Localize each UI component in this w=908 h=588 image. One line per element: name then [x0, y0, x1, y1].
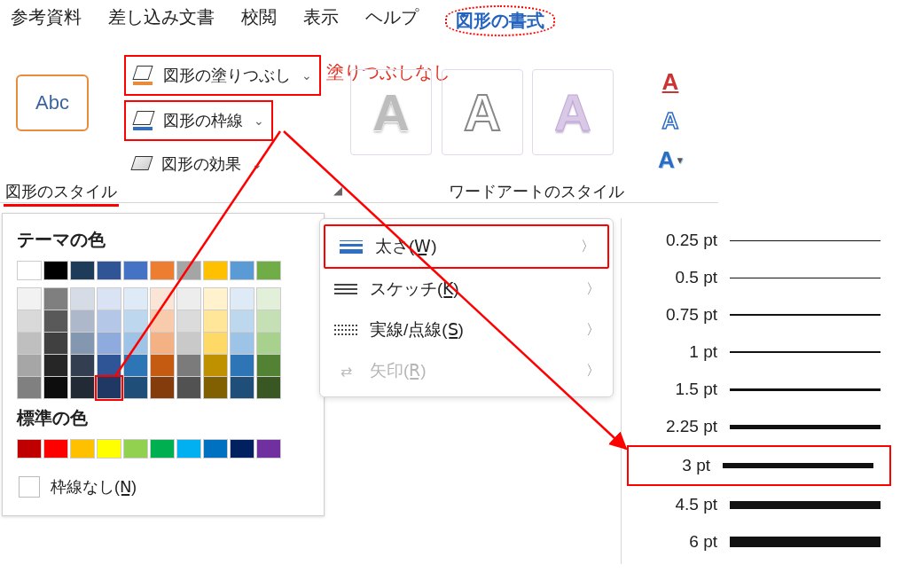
color-swatch[interactable] — [203, 310, 228, 333]
color-swatch[interactable] — [123, 439, 148, 459]
color-swatch[interactable] — [123, 355, 148, 377]
tab-help[interactable]: ヘルプ — [365, 5, 419, 36]
color-swatch[interactable] — [176, 439, 201, 459]
color-swatch[interactable] — [97, 377, 121, 399]
color-swatch[interactable] — [176, 261, 201, 280]
wordart-style-3[interactable]: A — [532, 69, 614, 155]
color-swatch[interactable] — [43, 355, 68, 377]
color-swatch[interactable] — [43, 377, 68, 399]
menu-dash[interactable]: 実線/点線(S̲) 〉 — [320, 310, 613, 350]
text-fill-button[interactable]: A — [651, 66, 690, 98]
color-swatch[interactable] — [176, 333, 201, 355]
color-swatch[interactable] — [203, 377, 228, 399]
color-swatch[interactable] — [70, 287, 95, 310]
color-swatch[interactable] — [203, 333, 228, 355]
text-outline-button[interactable]: A — [651, 105, 690, 137]
color-swatch[interactable] — [123, 377, 148, 399]
color-swatch[interactable] — [123, 333, 148, 355]
dialog-launcher-icon[interactable]: ◢ — [333, 184, 342, 197]
color-swatch[interactable] — [203, 261, 228, 280]
color-swatch[interactable] — [70, 377, 95, 399]
color-swatch[interactable] — [230, 333, 254, 355]
color-swatch[interactable] — [150, 310, 175, 333]
menu-weight[interactable]: 太さ(W̲) 〉 — [324, 224, 609, 269]
weight-option[interactable]: 4.5 pt — [622, 486, 896, 523]
tab-reference[interactable]: 参考資料 — [11, 5, 82, 36]
color-swatch[interactable] — [70, 333, 95, 355]
color-swatch[interactable] — [256, 439, 281, 459]
tab-review[interactable]: 校閲 — [241, 5, 277, 36]
color-swatch[interactable] — [97, 439, 121, 459]
color-swatch[interactable] — [230, 355, 254, 377]
weight-option[interactable]: 1.5 pt — [622, 371, 896, 408]
color-swatch[interactable] — [17, 333, 42, 355]
color-swatch[interactable] — [70, 310, 95, 333]
color-swatch[interactable] — [256, 310, 281, 333]
color-swatch[interactable] — [17, 377, 42, 399]
color-swatch[interactable] — [256, 287, 281, 310]
color-swatch[interactable] — [17, 310, 42, 333]
color-swatch[interactable] — [123, 261, 148, 280]
wordart-style-1[interactable]: A — [350, 69, 432, 155]
wordart-style-2[interactable]: A — [442, 69, 523, 155]
weight-option[interactable]: 2.25 pt — [622, 408, 896, 445]
color-swatch[interactable] — [256, 261, 281, 280]
color-swatch[interactable] — [176, 310, 201, 333]
color-swatch[interactable] — [230, 310, 254, 333]
color-swatch[interactable] — [150, 261, 175, 280]
color-swatch[interactable] — [150, 287, 175, 310]
text-effects-button[interactable]: A▾ — [651, 144, 690, 176]
no-outline-option[interactable]: 枠線なし(N̲) — [17, 471, 309, 503]
weight-option[interactable]: 0.5 pt — [622, 259, 896, 296]
weight-option[interactable]: 6 pt — [622, 523, 896, 561]
color-swatch[interactable] — [43, 287, 68, 310]
color-swatch[interactable] — [123, 310, 148, 333]
weight-option[interactable]: 0.25 pt — [622, 222, 896, 259]
color-swatch[interactable] — [230, 439, 254, 459]
color-swatch[interactable] — [97, 310, 121, 333]
weight-option[interactable]: 0.75 pt — [622, 296, 896, 333]
color-swatch[interactable] — [150, 355, 175, 377]
tab-mailmerge[interactable]: 差し込み文書 — [108, 5, 215, 36]
color-swatch[interactable] — [203, 439, 228, 459]
color-swatch[interactable] — [150, 333, 175, 355]
color-swatch[interactable] — [43, 261, 68, 280]
color-swatch[interactable] — [17, 439, 42, 459]
color-swatch[interactable] — [97, 333, 121, 355]
color-swatch[interactable] — [230, 287, 254, 310]
color-swatch[interactable] — [70, 439, 95, 459]
color-swatch[interactable] — [230, 377, 254, 399]
color-swatch[interactable] — [43, 310, 68, 333]
weight-option[interactable]: 1 pt — [622, 333, 896, 371]
shape-style-preview[interactable]: Abc — [16, 74, 89, 131]
tab-shape-format[interactable]: 図形の書式 — [445, 5, 555, 36]
color-swatch[interactable] — [176, 377, 201, 399]
tab-view[interactable]: 表示 — [303, 5, 339, 36]
color-swatch[interactable] — [17, 287, 42, 310]
color-swatch[interactable] — [256, 355, 281, 377]
color-swatch[interactable] — [176, 287, 201, 310]
color-swatch[interactable] — [97, 287, 121, 310]
color-swatch[interactable] — [17, 355, 42, 377]
menu-sketch[interactable]: スケッチ(K̲) 〉 — [320, 269, 613, 310]
color-swatch[interactable] — [43, 333, 68, 355]
shape-outline-button[interactable]: 図形の枠線 ⌄ — [124, 100, 273, 141]
color-swatch[interactable] — [70, 355, 95, 377]
shape-fill-button[interactable]: 図形の塗りつぶし ⌄ — [124, 55, 321, 96]
color-swatch[interactable] — [70, 261, 95, 280]
color-swatch[interactable] — [123, 287, 148, 310]
color-swatch[interactable] — [97, 261, 121, 280]
color-swatch[interactable] — [97, 355, 121, 377]
color-swatch[interactable] — [203, 355, 228, 377]
color-swatch[interactable] — [43, 439, 68, 459]
color-swatch[interactable] — [256, 377, 281, 399]
color-swatch[interactable] — [150, 439, 175, 459]
color-swatch[interactable] — [150, 377, 175, 399]
color-swatch[interactable] — [230, 261, 254, 280]
color-swatch[interactable] — [176, 355, 201, 377]
shape-effects-button[interactable]: 図形の効果 ⌄ — [124, 145, 270, 183]
color-swatch[interactable] — [17, 261, 42, 280]
color-swatch[interactable] — [256, 333, 281, 355]
weight-option[interactable]: 3 pt — [627, 445, 891, 486]
color-swatch[interactable] — [203, 287, 228, 310]
